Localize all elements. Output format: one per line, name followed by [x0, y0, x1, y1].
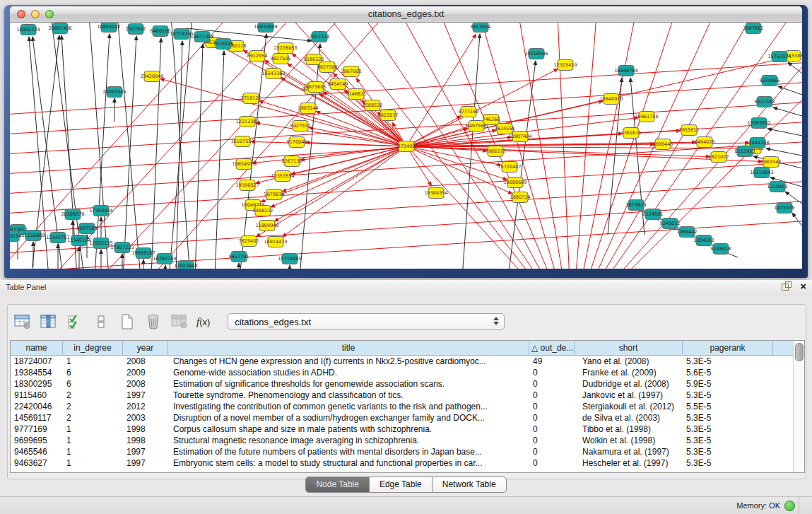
- graph-edge[interactable]: [165, 265, 165, 269]
- table-selector-dropdown[interactable]: citations_edges.txt: [228, 313, 505, 330]
- table-cell: 0: [529, 367, 575, 378]
- delete-column-button[interactable]: [144, 313, 163, 330]
- network-window-titlebar[interactable]: citations_edges.txt: [10, 6, 802, 23]
- table-cell: Jankovic et al. (1997): [575, 390, 683, 401]
- network-canvas[interactable]: 1872400727181261221338916107553196549151…: [10, 23, 802, 269]
- graph-node-label: 11156889: [21, 233, 45, 238]
- table-row[interactable]: 977716911998Corpus callosum shape and si…: [11, 424, 793, 435]
- table-row[interactable]: 1938455462009Genome-wide association stu…: [11, 367, 793, 378]
- status-bar-divider: [799, 497, 799, 514]
- graph-node-label: 7515526: [213, 41, 234, 47]
- graph-node-label: 8990445: [653, 141, 673, 147]
- graph-node-label: 9146821: [346, 91, 367, 97]
- graph-edge[interactable]: [406, 34, 476, 146]
- column-header[interactable]: short: [575, 341, 683, 355]
- graph-edge[interactable]: [10, 23, 229, 267]
- table-cell: Dudbridge et al. (2008): [575, 378, 683, 390]
- table-row[interactable]: 946554611997Estimation of the future num…: [11, 446, 793, 457]
- table-cell: 5.5E-5: [683, 401, 773, 412]
- column-header[interactable]: △ out_de...: [529, 341, 575, 355]
- tab-node-table[interactable]: Node Table: [305, 477, 370, 493]
- table-cell: 1997: [123, 390, 168, 401]
- table-cell: 0: [529, 435, 575, 446]
- column-header[interactable]: name: [11, 341, 63, 355]
- table-cell: 5.3E-5: [683, 356, 773, 367]
- graph-node-label: 16648784: [614, 68, 637, 74]
- graph-edge[interactable]: [406, 69, 558, 146]
- graph-edge[interactable]: [766, 148, 802, 156]
- table-cell: Tourette syndrome. Phenomenology and cla…: [168, 390, 529, 401]
- show-columns-button[interactable]: [40, 313, 58, 330]
- graph-node-label: 7857224: [310, 34, 330, 40]
- table-toolbar: f(x) citations_edges.txt: [13, 309, 505, 334]
- graph-edge[interactable]: [773, 107, 802, 116]
- network-window[interactable]: citations_edges.txt 18724007271812612213…: [4, 5, 808, 278]
- delete-table-button[interactable]: [170, 313, 189, 330]
- graph-edge[interactable]: [788, 62, 802, 74]
- table-cell: Corpus callosum shape and size in male p…: [168, 424, 529, 435]
- graph-edge[interactable]: [95, 34, 110, 269]
- column-header[interactable]: title: [168, 341, 529, 355]
- graph-edge[interactable]: [792, 213, 802, 226]
- graph-edge[interactable]: [195, 44, 203, 269]
- graph-edge[interactable]: [264, 60, 406, 146]
- table-cell: 5.3E-5: [683, 412, 773, 424]
- graph-edge[interactable]: [10, 62, 802, 115]
- select-all-button[interactable]: [66, 313, 84, 330]
- column-header[interactable]: pagerank: [683, 341, 773, 355]
- table-cell: 14569117: [11, 412, 63, 424]
- graph-node-label: 9245018: [711, 246, 731, 252]
- graph-edge[interactable]: [171, 23, 190, 269]
- graph-node-label: 7625402: [239, 238, 259, 244]
- table-panel-inner: f(x) citations_edges.txt namein_degreeye…: [7, 304, 806, 479]
- graph-edge[interactable]: [406, 58, 784, 146]
- graph-node-label: 19958187: [131, 250, 155, 256]
- table-cell: 2008: [123, 356, 168, 367]
- graph-node-label: 20206576: [61, 211, 84, 217]
- graph-edge[interactable]: [10, 180, 802, 233]
- column-header[interactable]: in_degree: [63, 341, 123, 355]
- function-builder-icon[interactable]: f(x): [196, 316, 210, 328]
- graph-edge[interactable]: [151, 23, 384, 269]
- graph-node-label: 9227343: [755, 99, 775, 105]
- table-row[interactable]: 1456911722003Disruption of a novel membe…: [11, 412, 793, 424]
- table-row[interactable]: 2242004622012Investigating the contribut…: [11, 401, 793, 412]
- table-row[interactable]: 946362711997Embryonic stem cells: a mode…: [11, 457, 793, 469]
- table-panel-body: f(x) citations_edges.txt namein_degreeye…: [0, 296, 812, 496]
- float-panel-icon[interactable]: [782, 281, 792, 291]
- create-column-button[interactable]: [118, 313, 136, 330]
- graph-node-label: 8912954: [247, 53, 268, 59]
- table-cell: 1: [63, 435, 123, 446]
- graph-node-label: 19218506: [524, 51, 548, 57]
- graph-edge[interactable]: [305, 142, 406, 146]
- close-panel-icon[interactable]: ×: [800, 281, 806, 291]
- memory-status-icon[interactable]: [784, 501, 795, 511]
- graph-node-label: 8822037: [378, 112, 399, 118]
- graph-node-label: 9657791: [229, 254, 249, 259]
- table-cell: 9463627: [11, 457, 63, 469]
- clear-selection-button[interactable]: [92, 313, 110, 330]
- tab-network-table[interactable]: Network Table: [433, 477, 507, 493]
- table-cell: 49: [529, 356, 575, 367]
- table-row[interactable]: 1830029562008Estimation of significance …: [11, 378, 793, 390]
- graph-edge[interactable]: [572, 23, 596, 269]
- table-cell: 9465546: [11, 446, 63, 457]
- graph-edge[interactable]: [291, 146, 406, 174]
- graph-node-label: 20891406: [48, 25, 71, 31]
- table-scrollbar[interactable]: [793, 341, 804, 472]
- table-row[interactable]: 969969511998Structural magnetic resonanc…: [11, 435, 793, 446]
- graph-node-label: 18640910: [599, 96, 623, 102]
- table-scrollbar-thumb[interactable]: [795, 343, 804, 361]
- table-options-button[interactable]: [13, 313, 32, 330]
- graph-node-label: 16033809: [254, 24, 277, 30]
- graph-node-label: 7955812: [679, 127, 700, 133]
- graph-edge[interactable]: [462, 34, 480, 269]
- tab-edge-table[interactable]: Edge Table: [370, 477, 433, 493]
- graph-node-label: 12505135: [89, 240, 112, 246]
- graph-node-label: 1498222: [253, 208, 273, 214]
- column-header[interactable]: year: [123, 341, 168, 355]
- graph-node-label: 11809948: [255, 223, 278, 228]
- table-row[interactable]: 911546021997Tourette syndrome. Phenomeno…: [11, 390, 793, 401]
- graph-edge[interactable]: [767, 129, 802, 136]
- table-row[interactable]: 1872400712008Changes of HCN gene express…: [11, 356, 793, 367]
